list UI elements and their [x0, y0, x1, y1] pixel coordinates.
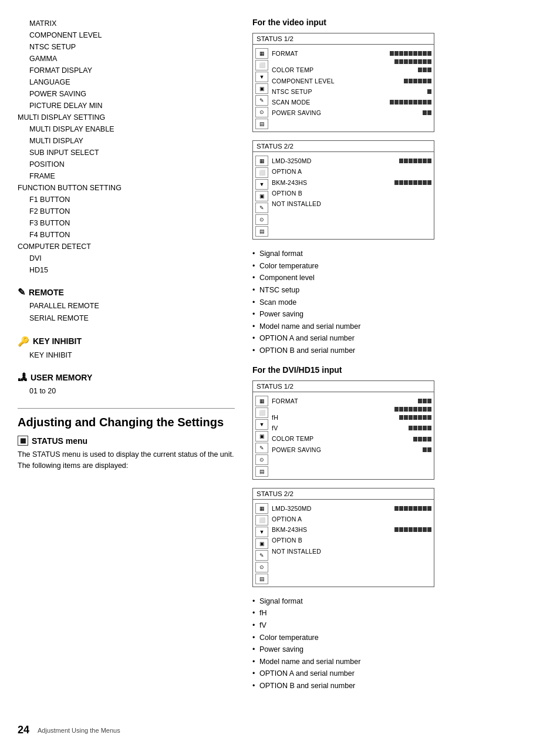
bullet-item: Signal format [252, 248, 542, 260]
video-status-box-2: STATUS 2/2▦⬜▼▣✎⊙▤LMD-3250MDOPTION ABKM-2… [252, 140, 434, 240]
block-indicator [413, 437, 417, 442]
status-row-label: FORMAT [272, 49, 298, 58]
block-indicator [409, 159, 413, 163]
status-content-row: COLOR TEMP [272, 65, 431, 75]
status-content-row: fV [272, 423, 431, 433]
bullet-item: Color temperature [252, 260, 542, 272]
status-row-blocks [418, 399, 431, 403]
block-indicator [413, 426, 417, 430]
picture-icon: ⬜ [255, 407, 268, 418]
status-content-row: OPTION A [272, 514, 431, 524]
block-indicator [413, 527, 417, 532]
menu-item: FRAME [18, 170, 235, 182]
user-memory-title: USER MEMORY [31, 373, 92, 382]
edit-icon: ✎ [255, 95, 268, 106]
block-indicator [427, 407, 431, 412]
block-indicator [399, 415, 403, 420]
status-content-row: FORMAT [272, 48, 431, 59]
status-content-row: BKM-243HS [272, 177, 431, 188]
block-indicator [423, 399, 427, 403]
status-content-row: LMD-3250MD [272, 156, 431, 166]
status-row-label: fH [272, 413, 278, 422]
block-indicator [427, 100, 431, 105]
status-row-label: BKM-243HS [272, 525, 307, 534]
block-indicator [404, 407, 408, 412]
block-indicator [390, 100, 394, 105]
status-content-col: LMD-3250MDOPTION ABKM-243HSOPTION B NOT … [272, 154, 431, 237]
block-indicator [418, 68, 422, 72]
block-indicator [418, 415, 422, 420]
dvi-status-box-2: STATUS 2/2▦⬜▼▣✎⊙▤LMD-3250MDOPTION A BKM-… [252, 488, 434, 587]
status-row-label: SCAN MODE [272, 97, 310, 107]
status-row-blocks [404, 79, 431, 83]
status-box-body: ▦⬜▼▣✎⊙▤LMD-3250MDOPTION ABKM-243HSOPTION… [253, 152, 434, 239]
block-indicator [418, 79, 422, 83]
menu-item: DVI [18, 252, 235, 264]
status-content-row: OPTION B [272, 535, 431, 545]
menu-item: POWER SAVING [18, 88, 235, 100]
status-row-blocks [423, 447, 431, 452]
status-icons-col: ▦⬜▼▣✎⊙▤ [255, 154, 268, 237]
block-indicator [399, 180, 403, 185]
menu-item: COMPUTER DETECT [18, 241, 235, 252]
key-icon: ⊙ [255, 454, 268, 465]
status-box-body: ▦⬜▼▣✎⊙▤LMD-3250MDOPTION A BKM-243HSOPTIO… [253, 500, 434, 587]
section-divider [18, 408, 235, 409]
bullet-item: Power saving [252, 643, 542, 656]
block-indicator [413, 51, 417, 56]
block-indicator [404, 59, 408, 64]
status-content-row: COMPONENT LEVEL [272, 76, 431, 86]
block-indicator [399, 527, 403, 532]
block-indicator [423, 68, 427, 72]
block-indicator [423, 51, 427, 56]
status-content-row: OPTION B [272, 188, 431, 198]
menu-list: MATRIXCOMPONENT LEVELNTSC SETUPGAMMAFORM… [18, 18, 235, 276]
status-content-row: NOT INSTALLED [272, 198, 431, 209]
status-row-blocks [413, 437, 431, 442]
edit-icon: ✎ [255, 443, 268, 453]
status-content-row: POWER SAVING [272, 444, 431, 455]
block-indicator [409, 506, 413, 511]
block-indicator [394, 527, 399, 532]
memory-icon: ▤ [255, 119, 268, 129]
block-indicator [399, 51, 403, 56]
status-menu-icon: ▦ [18, 436, 28, 446]
block-indicator [418, 159, 422, 163]
output-icon: ▣ [255, 83, 268, 94]
block-indicator [423, 79, 427, 83]
block-indicator [423, 447, 427, 452]
block-indicator [413, 79, 417, 83]
block-indicator [394, 180, 399, 185]
status-row-label: OPTION B [272, 188, 302, 198]
status-content-row: NOT INSTALLED [272, 546, 431, 557]
status-icons-col: ▦⬜▼▣✎⊙▤ [255, 395, 268, 477]
block-indicator [394, 59, 399, 64]
status-content-row: OPTION A [272, 166, 431, 177]
status-row-label: NOT INSTALLED [272, 547, 321, 556]
menu-item: SUB INPUT SELECT [18, 147, 235, 159]
menu-item: F1 BUTTON [18, 194, 235, 205]
block-indicator [404, 180, 408, 185]
status-row-blocks [399, 415, 431, 420]
status-content-row: LMD-3250MD [272, 503, 431, 514]
block-indicator [423, 426, 427, 430]
status-content-row: BKM-243HS [272, 524, 431, 535]
memory-icon: ▤ [255, 466, 268, 477]
block-indicator [390, 51, 394, 56]
status-row-blocks [394, 59, 431, 64]
block-indicator [409, 180, 413, 185]
status-row-blocks [390, 100, 431, 105]
menu-item: POSITION [18, 159, 235, 170]
dvi-bullet-list: Signal formatfHfVColor temperaturePower … [252, 595, 542, 692]
menu-item: MULTI DISPLAY ENABLE [18, 123, 235, 135]
menu-item: NTSC SETUP [18, 41, 235, 53]
key-icon: ⊙ [255, 214, 268, 225]
block-indicator [423, 407, 427, 412]
key-inhibit-item: KEY INHIBIT [29, 349, 235, 362]
status-icons-col: ▦⬜▼▣✎⊙▤ [255, 47, 268, 129]
left-column: MATRIXCOMPONENT LEVELNTSC SETUPGAMMAFORM… [18, 18, 247, 730]
block-indicator [399, 100, 403, 105]
block-indicator [427, 437, 431, 442]
status-row-blocks [394, 407, 431, 412]
remote-title: REMOTE [29, 288, 64, 297]
